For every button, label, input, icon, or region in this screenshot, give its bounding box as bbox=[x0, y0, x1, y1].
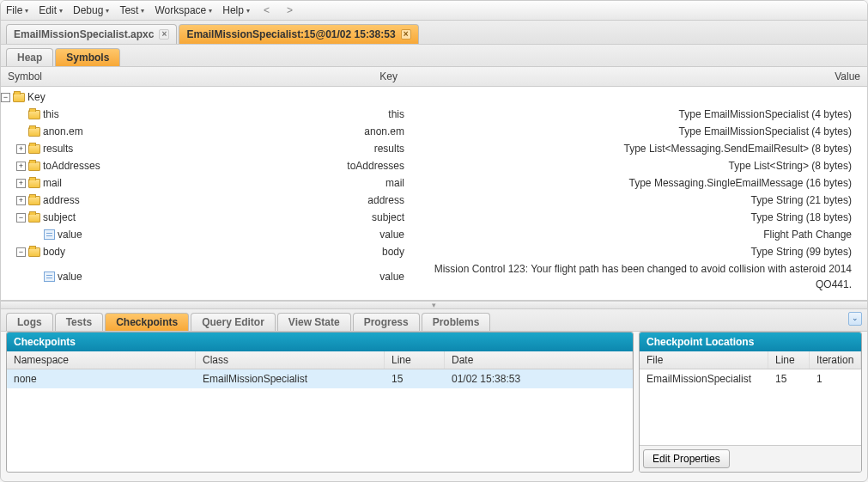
menu-test[interactable]: Test▾ bbox=[119, 4, 144, 16]
folder-icon bbox=[13, 93, 25, 102]
symbols-panel: Symbol Key Value − Key this this Type Em… bbox=[1, 67, 867, 301]
cell-namespace: none bbox=[7, 373, 196, 385]
tree-node[interactable]: +toAddresses toAddresses Type List<Strin… bbox=[1, 157, 867, 174]
expand-icon[interactable]: + bbox=[16, 144, 26, 154]
chevron-down-icon: ▾ bbox=[59, 7, 63, 15]
menu-bar: File▾ Edit▾ Debug▾ Test▾ Workspace▾ Help… bbox=[1, 1, 867, 21]
tab-checkpoints[interactable]: Checkpoints bbox=[105, 313, 189, 331]
tab-view-state[interactable]: View State bbox=[277, 313, 351, 331]
chevron-down-icon: ▾ bbox=[209, 7, 212, 15]
folder-icon bbox=[28, 144, 40, 154]
node-value: Type EmailMissionSpecialist (4 bytes) bbox=[404, 124, 860, 139]
close-icon[interactable]: × bbox=[159, 29, 169, 40]
chevron-down-icon: ▾ bbox=[246, 7, 250, 15]
tree-node[interactable]: this this Type EmailMissionSpecialist (4… bbox=[1, 106, 867, 123]
node-key: results bbox=[258, 141, 404, 156]
location-row[interactable]: EmailMissionSpecialist 15 1 bbox=[640, 369, 861, 388]
col-header-symbol[interactable]: Symbol bbox=[1, 67, 258, 86]
folder-icon bbox=[28, 213, 40, 223]
tab-problems[interactable]: Problems bbox=[422, 313, 491, 331]
folder-icon bbox=[28, 110, 40, 119]
node-value: Type String (21 bytes) bbox=[404, 192, 860, 208]
menu-debug[interactable]: Debug▾ bbox=[73, 4, 109, 16]
cell-iteration: 1 bbox=[810, 373, 861, 385]
value-icon bbox=[44, 272, 55, 282]
folder-icon bbox=[28, 162, 40, 171]
folder-icon bbox=[28, 247, 40, 257]
menu-edit[interactable]: Edit▾ bbox=[39, 4, 63, 16]
collapse-icon[interactable]: − bbox=[16, 247, 26, 257]
col-header-value[interactable]: Value bbox=[404, 67, 867, 86]
col-iteration[interactable]: Iteration bbox=[810, 351, 861, 369]
collapse-icon[interactable]: − bbox=[1, 93, 10, 102]
node-value: Flight Path Change bbox=[404, 227, 860, 242]
editor-tab-checkpoint[interactable]: EmailMissionSpecialist:15@01/02 15:38:53… bbox=[179, 24, 418, 44]
node-label: subject bbox=[43, 210, 76, 225]
cell-file: EmailMissionSpecialist bbox=[640, 373, 768, 385]
symbols-tree: − Key this this Type EmailMissionSpecial… bbox=[1, 87, 867, 300]
col-class[interactable]: Class bbox=[196, 351, 385, 369]
node-value: Type Messaging.SingleEmailMessage (16 by… bbox=[404, 175, 860, 191]
col-date[interactable]: Date bbox=[445, 351, 633, 369]
tab-query-editor[interactable]: Query Editor bbox=[191, 313, 276, 331]
tab-tests[interactable]: Tests bbox=[55, 313, 103, 331]
col-header-key[interactable]: Key bbox=[258, 67, 404, 86]
tree-leaf[interactable]: value value Flight Path Change bbox=[1, 226, 867, 243]
col-line[interactable]: Line bbox=[768, 351, 810, 369]
tab-symbols[interactable]: Symbols bbox=[55, 48, 120, 66]
checkpoint-row[interactable]: none EmailMissionSpecialist 15 01/02 15:… bbox=[7, 369, 633, 388]
node-value: Type EmailMissionSpecialist (4 bytes) bbox=[404, 107, 860, 122]
tree-root[interactable]: − Key bbox=[1, 88, 867, 106]
editor-tab-apex-class[interactable]: EmailMissionSpecialist.apxc × bbox=[6, 24, 177, 44]
node-key: body bbox=[258, 244, 404, 259]
folder-icon bbox=[28, 179, 40, 188]
tree-node[interactable]: anon.em anon.em Type EmailMissionSpecial… bbox=[1, 123, 867, 140]
col-file[interactable]: File bbox=[640, 351, 768, 369]
checkpoint-locations-panel: Checkpoint Locations File Line Iteration… bbox=[639, 332, 862, 473]
nav-forward-button[interactable]: > bbox=[283, 4, 296, 16]
close-icon[interactable]: × bbox=[401, 29, 411, 40]
chevron-down-icon: ▾ bbox=[25, 7, 28, 15]
folder-icon bbox=[28, 127, 40, 137]
tree-node[interactable]: +address address Type String (21 bytes) bbox=[1, 192, 867, 209]
panel-chevron-icon[interactable]: ⌄ bbox=[848, 312, 862, 326]
node-label: this bbox=[43, 107, 59, 122]
tab-progress[interactable]: Progress bbox=[353, 313, 420, 331]
tree-node[interactable]: −body body Type String (99 bytes) bbox=[1, 243, 867, 260]
col-line[interactable]: Line bbox=[385, 351, 445, 369]
tree-node[interactable]: +mail mail Type Messaging.SingleEmailMes… bbox=[1, 174, 867, 192]
node-value: Type String (18 bytes) bbox=[404, 210, 860, 225]
cell-date: 01/02 15:38:53 bbox=[445, 373, 633, 385]
expand-icon[interactable]: + bbox=[16, 179, 26, 188]
node-label: anon.em bbox=[43, 124, 83, 139]
cell-line: 15 bbox=[768, 373, 810, 385]
node-key: subject bbox=[258, 210, 404, 225]
chevron-down-icon: ▾ bbox=[141, 7, 144, 15]
cell-class: EmailMissionSpecialist bbox=[196, 373, 385, 385]
nav-back-button[interactable]: < bbox=[260, 4, 273, 16]
value-icon bbox=[44, 229, 55, 240]
folder-icon bbox=[28, 196, 40, 205]
vertical-splitter[interactable]: ▾ bbox=[1, 301, 867, 309]
node-label: value bbox=[58, 269, 82, 284]
node-value: Mission Control 123: Your flight path ha… bbox=[404, 261, 860, 292]
tree-node[interactable]: −subject subject Type String (18 bytes) bbox=[1, 209, 867, 226]
node-key: value bbox=[258, 269, 404, 284]
node-value: Type List<String> (8 bytes) bbox=[404, 158, 860, 174]
tab-logs[interactable]: Logs bbox=[6, 313, 53, 331]
expand-icon[interactable]: + bbox=[16, 196, 26, 205]
tree-node[interactable]: +results results Type List<Messaging.Sen… bbox=[1, 140, 867, 157]
menu-file[interactable]: File▾ bbox=[6, 4, 28, 16]
col-namespace[interactable]: Namespace bbox=[7, 351, 196, 369]
tab-heap[interactable]: Heap bbox=[6, 48, 53, 66]
menu-workspace[interactable]: Workspace▾ bbox=[155, 4, 212, 16]
expand-icon[interactable]: + bbox=[16, 162, 26, 171]
tree-leaf[interactable]: value value Mission Control 123: Your fl… bbox=[1, 260, 867, 293]
collapse-icon[interactable]: − bbox=[16, 213, 26, 223]
node-key: value bbox=[258, 227, 404, 242]
menu-help[interactable]: Help▾ bbox=[222, 4, 250, 16]
edit-properties-button[interactable]: Edit Properties bbox=[643, 449, 730, 468]
node-label: toAddresses bbox=[43, 158, 100, 174]
locations-header: File Line Iteration bbox=[640, 351, 861, 369]
checkpoint-subtabs: Heap Symbols bbox=[1, 45, 867, 67]
